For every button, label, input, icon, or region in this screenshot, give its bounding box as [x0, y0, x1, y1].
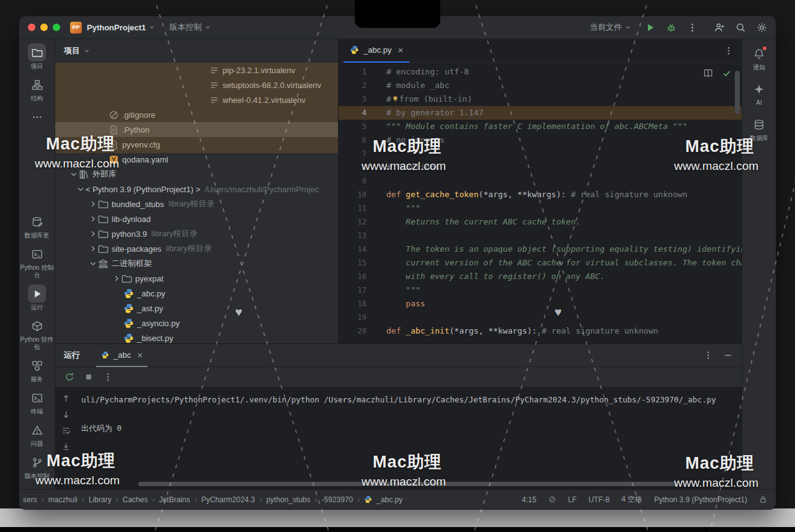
chevron-right-icon[interactable] [88, 199, 98, 209]
tool-button-python-packages[interactable]: Python 软件包 [19, 317, 55, 351]
tool-button-label: AI [756, 99, 762, 107]
tool-button-more-tools[interactable] [19, 108, 55, 126]
tree-row[interactable]: qodana.yaml [55, 152, 338, 167]
tree-row[interactable]: _bisect.py [55, 330, 338, 344]
tree-row[interactable]: 二进制框架 [55, 256, 338, 271]
scroll-up-icon[interactable] [61, 394, 71, 403]
run-options-button[interactable] [703, 350, 713, 360]
tree-row[interactable]: .Python [55, 122, 338, 137]
interpreter-widget[interactable]: Python 3.9 (PythonProject1) [654, 495, 747, 504]
tree-row[interactable]: _ast.py [55, 301, 338, 316]
code-line: 3#from (built-in) [339, 92, 742, 106]
code-area[interactable]: 1# encoding: utf-82# module _abc3#from (… [339, 63, 742, 344]
tree-row[interactable]: 外部库 [55, 167, 338, 182]
breadcrumb-item[interactable]: _abc.py [376, 495, 402, 504]
breadcrumb-item[interactable]: PyCharm2024.3 [201, 495, 255, 504]
chevron-right-icon[interactable] [88, 214, 98, 224]
tree-item-label: python3.9 [112, 229, 147, 239]
run-tab[interactable]: _abc × [96, 344, 148, 367]
debug-button[interactable] [666, 22, 677, 33]
hide-panel-button[interactable] [723, 350, 733, 360]
reader-mode-icon[interactable] [703, 68, 713, 78]
run-configuration-selector[interactable]: 当前文件 [590, 22, 632, 33]
vcs-widget[interactable]: 版本控制 [169, 22, 211, 33]
tool-button-label: 数据库更 [25, 232, 50, 239]
tool-button-ai-assistant[interactable]: AI [750, 80, 768, 107]
console-output[interactable]: uli/PycharmProjects/PythonProject1/.venv… [76, 388, 742, 489]
tool-button-terminal[interactable]: 终端 [19, 389, 55, 415]
tree-row[interactable]: python3.9library根目录 [55, 226, 338, 241]
close-window-button[interactable] [28, 24, 35, 31]
editor-options-button[interactable] [724, 46, 734, 56]
line-number: 19 [339, 311, 366, 324]
tree-row[interactable]: .gitignore [55, 107, 338, 122]
tool-button-notifications[interactable]: 通知 [750, 45, 768, 71]
breadcrumb-item[interactable]: sers [23, 495, 37, 504]
chevron-right-icon[interactable] [88, 244, 98, 254]
line-separator[interactable]: LF [568, 495, 577, 504]
code-line: 4# by generator 1.147 [339, 106, 742, 120]
file-encoding[interactable]: UTF-8 [588, 495, 610, 504]
cursor-position[interactable]: 4:15 [522, 495, 536, 504]
soft-wrap-icon[interactable] [61, 426, 71, 435]
run-button[interactable] [645, 22, 655, 33]
project-selector[interactable]: PythonProject1 [87, 23, 156, 32]
close-tab-icon[interactable]: × [398, 45, 404, 55]
breadcrumb-item[interactable]: python_stubs [266, 495, 310, 504]
console-hscrollbar[interactable] [138, 482, 678, 486]
tree-row[interactable]: < Python 3.9 (PythonProject1) >/Users/ma… [55, 182, 338, 197]
tool-button-database[interactable]: 数据库 [750, 115, 768, 142]
inspections-ok-icon[interactable] [722, 68, 732, 78]
chevron-right-icon[interactable] [112, 273, 122, 283]
tool-button-database-changes[interactable]: 数据库更 [19, 213, 55, 239]
tool-button-services[interactable]: 服务 [19, 357, 55, 383]
editor-tab[interactable]: _abc.py × [344, 39, 409, 63]
tree-row[interactable]: wheel-0.41.2.virtualenv [55, 92, 338, 107]
tree-row[interactable]: setuptools-68.2.0.virtualenv [55, 78, 338, 92]
search-everywhere-button[interactable] [735, 22, 746, 33]
line-number: 3 [339, 92, 366, 106]
tree-row[interactable]: bundled_stubslibrary根目录 [55, 197, 338, 211]
tree-row[interactable]: pip-23.2.1.virtualenv [55, 63, 338, 78]
tool-button-problems[interactable]: 问题 [19, 421, 55, 448]
chevron-down-icon[interactable] [69, 169, 79, 179]
tree-row[interactable]: pyvenv.cfg [55, 137, 338, 152]
db-change-icon [32, 216, 43, 228]
tree-row[interactable]: _abc.py [55, 286, 338, 301]
code-with-me-button[interactable] [714, 22, 725, 33]
more-actions-button[interactable] [687, 22, 698, 33]
tool-button-project[interactable]: 项目 [19, 43, 55, 70]
minimize-window-button[interactable] [40, 24, 48, 31]
tool-button-run[interactable]: 运行 [19, 285, 55, 311]
chevron-down-icon[interactable] [88, 259, 98, 268]
tree-row[interactable]: lib-dynload [55, 211, 338, 226]
indent-style[interactable]: 4 空格 [621, 494, 642, 505]
tree-row[interactable]: pyexpat [55, 271, 338, 286]
highlight-off-icon[interactable] [548, 495, 556, 503]
chevron-down-icon[interactable] [76, 184, 86, 194]
close-tab-icon[interactable]: × [137, 350, 143, 360]
scroll-to-end-icon[interactable] [61, 442, 71, 451]
breadcrumb-item[interactable]: maczhuli [48, 495, 78, 504]
breadcrumb-item[interactable]: JetBrains [159, 495, 190, 504]
editor-scrollbar[interactable] [735, 71, 740, 114]
chevron-right-icon[interactable] [88, 229, 98, 239]
rerun-button[interactable] [64, 372, 74, 382]
breadcrumb-item[interactable]: Library [89, 495, 112, 504]
tool-button-structure[interactable]: 结构 [19, 76, 55, 102]
stop-button[interactable] [84, 372, 94, 382]
tree-row[interactable]: site-packageslibrary根目录 [55, 241, 338, 256]
tool-button-python-console[interactable]: Python 控制台 [19, 245, 55, 279]
fullscreen-window-button[interactable] [53, 24, 60, 31]
settings-button[interactable] [757, 22, 767, 33]
breadcrumb-item[interactable]: Caches [123, 495, 148, 504]
scroll-down-icon[interactable] [61, 410, 71, 419]
project-panel-header[interactable]: 项目 [55, 39, 338, 63]
titlebar-actions: 当前文件 [590, 22, 767, 33]
console-more-button[interactable] [103, 372, 113, 382]
tool-button-label: 版本控制 [25, 472, 50, 480]
lock-icon[interactable] [759, 495, 767, 503]
breadcrumb-item[interactable]: -5923970 [322, 495, 353, 504]
tree-row[interactable]: _asyncio.py [55, 316, 338, 330]
tool-button-version-control[interactable]: 版本控制 [19, 453, 55, 480]
